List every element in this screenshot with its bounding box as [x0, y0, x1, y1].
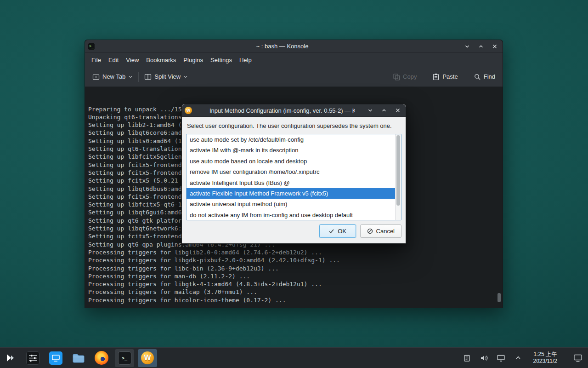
chevron-down-icon: [128, 75, 133, 79]
menu-item[interactable]: Plugins: [180, 55, 207, 65]
close-icon: [395, 108, 401, 113]
paste-button[interactable]: Paste: [430, 70, 459, 83]
terminal-scrollbar-thumb[interactable]: [498, 293, 501, 302]
terminal-line: Processing triggers for mailcap (3.70+nm…: [88, 288, 502, 296]
dialog-list-item[interactable]: use auto mode based on locale and deskto…: [187, 156, 401, 167]
konsole-window-icon: >_: [88, 43, 95, 50]
menu-item[interactable]: Bookmarks: [142, 55, 180, 65]
dialog-list-item[interactable]: activate universal input method (uim): [187, 199, 401, 209]
clock-date: 2023/11/2: [533, 358, 558, 365]
chevron-down-icon: [368, 108, 373, 113]
volume-icon[interactable]: [480, 353, 489, 362]
display-icon[interactable]: [497, 353, 506, 362]
folder-icon: [72, 351, 85, 365]
im-config-icon: W: [141, 351, 154, 364]
dialog-titlebar[interactable]: W Input Method Configuration (im-config,…: [182, 104, 406, 117]
show-desktop-icon: [573, 353, 582, 362]
im-config-dialog: W Input Method Configuration (im-config,…: [181, 104, 406, 244]
app-launcher-button[interactable]: [0, 348, 21, 368]
dialog-close-button[interactable]: [393, 105, 403, 115]
find-button[interactable]: Find: [472, 70, 497, 83]
dialog-title: Input Method Configuration (im-config, v…: [209, 107, 355, 114]
ok-button[interactable]: OK: [319, 224, 356, 238]
settings-icon: [49, 351, 62, 365]
check-icon: [328, 228, 334, 234]
mixer-icon: [26, 351, 40, 365]
dialog-list-item[interactable]: remove IM user configuration /home/foo/.…: [187, 167, 401, 177]
close-icon: [492, 44, 498, 49]
taskbar-item-settings[interactable]: [46, 349, 65, 367]
clipboard-icon[interactable]: [463, 353, 472, 362]
toolbar-separator: [138, 72, 139, 82]
dialog-list-item[interactable]: activate Flexible Input Method Framework…: [187, 188, 401, 199]
im-config-option-list[interactable]: use auto mode set by /etc/default/im-con…: [186, 134, 401, 220]
menu-item[interactable]: Help: [236, 55, 255, 65]
taskbar: >_ W 1:25 上午 2023/11/2: [0, 347, 588, 368]
dialog-maximize-button[interactable]: [379, 105, 389, 115]
cancel-icon: [367, 228, 373, 234]
new-tab-icon: [92, 73, 100, 80]
taskbar-item-im-config[interactable]: W: [138, 349, 157, 367]
minimize-button[interactable]: [462, 41, 472, 52]
konsole-icon: >_: [118, 351, 131, 365]
system-tray: 1:25 上午 2023/11/2: [463, 351, 588, 365]
chevron-up-icon: [478, 44, 484, 49]
dialog-list-item[interactable]: do not activate any IM from im-config an…: [187, 210, 401, 220]
launcher-icon: [5, 352, 16, 363]
copy-icon: [393, 73, 400, 80]
dialog-list-item[interactable]: use auto mode set by /etc/default/im-con…: [187, 134, 401, 145]
list-scrollbar[interactable]: [395, 134, 401, 220]
dialog-list-item[interactable]: activate Intelligent Input Bus (IBus) @: [187, 178, 401, 188]
konsole-titlebar[interactable]: >_ ~ : bash — Konsole: [85, 40, 503, 53]
terminal-line: Processing triggers for man-db (2.11.2-2…: [88, 272, 502, 280]
menu-item[interactable]: File: [88, 55, 105, 65]
terminal-line: Processing triggers for libgdk-pixbuf-2.…: [88, 256, 502, 264]
tray-expander-icon[interactable]: [514, 353, 523, 362]
terminal-line: Processing triggers for libgtk-4-1:amd64…: [88, 280, 502, 288]
konsole-menubar: FileEditViewBookmarksPluginsSettingsHelp: [85, 53, 503, 67]
firefox-icon: [95, 351, 108, 365]
im-config-icon: W: [185, 107, 192, 114]
list-scrollbar-thumb[interactable]: [396, 135, 400, 206]
chevron-up-icon: [381, 108, 387, 113]
dialog-minimize-button[interactable]: [365, 105, 375, 115]
terminal-line: Processing triggers for hicolor-icon-the…: [88, 296, 502, 304]
split-view-icon: [144, 73, 152, 80]
show-desktop-button[interactable]: [573, 353, 582, 362]
konsole-toolbar: New Tab Split View Copy Paste Find: [85, 67, 503, 87]
menu-item[interactable]: Edit: [105, 55, 122, 65]
paste-icon: [432, 73, 440, 80]
close-button[interactable]: [490, 41, 500, 52]
taskbar-item-firefox[interactable]: [92, 349, 111, 367]
search-icon: [474, 73, 481, 80]
copy-button[interactable]: Copy: [391, 70, 418, 83]
desktop: { "icons": { "im_config_glyph": "W", "ko…: [0, 0, 588, 368]
clock-time: 1:25 上午: [533, 351, 558, 358]
dialog-list-item[interactable]: activate IM with @-mark in its descripti…: [187, 145, 401, 155]
menu-item[interactable]: Settings: [207, 55, 236, 65]
terminal-line: Processing triggers for libglib2.0-0:amd…: [88, 248, 502, 256]
menu-item[interactable]: View: [122, 55, 142, 65]
chevron-down-icon: [183, 75, 188, 79]
terminal-line: Processing triggers for libc-bin (2.36-9…: [88, 264, 502, 272]
konsole-window-title: ~ : bash — Konsole: [113, 43, 452, 50]
maximize-button[interactable]: [476, 41, 486, 52]
taskbar-item-mixer[interactable]: [23, 349, 42, 367]
taskbar-item-file-manager[interactable]: [69, 349, 88, 367]
dialog-message: Select user configuration. The user conf…: [187, 122, 401, 129]
chevron-down-icon: [464, 44, 470, 49]
digital-clock[interactable]: 1:25 上午 2023/11/2: [533, 351, 558, 365]
new-tab-button[interactable]: New Tab: [90, 70, 135, 83]
cancel-button[interactable]: Cancel: [360, 224, 401, 238]
split-view-button[interactable]: Split View: [142, 70, 190, 83]
taskbar-item-konsole[interactable]: >_: [115, 349, 134, 367]
